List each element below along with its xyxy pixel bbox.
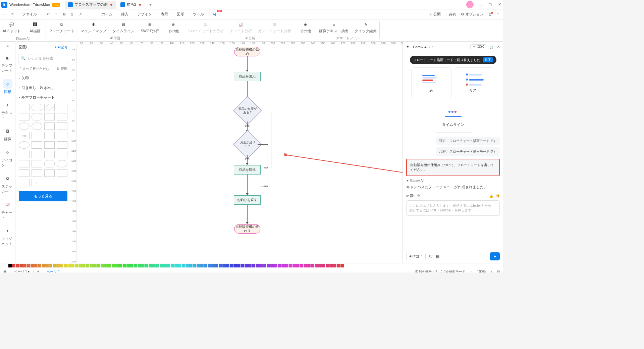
collapse-sidebar-icon[interactable]: « <box>6 44 8 48</box>
color-swatch[interactable] <box>141 264 145 267</box>
color-swatch[interactable] <box>75 264 78 267</box>
color-swatch[interactable] <box>23 264 26 267</box>
color-swatch[interactable] <box>167 264 170 267</box>
manage-button[interactable]: ⚙ 管理 <box>57 66 67 71</box>
tab-drawing-2[interactable]: 描画2 <box>117 1 144 9</box>
category-callouts[interactable]: 引き出し、吹き出し <box>15 83 71 93</box>
color-swatch[interactable] <box>27 264 30 267</box>
template-icon[interactable]: ▤ <box>436 254 439 259</box>
color-swatch[interactable] <box>237 264 240 267</box>
user-avatar[interactable] <box>466 1 474 8</box>
color-swatch[interactable] <box>101 264 104 267</box>
color-swatch[interactable] <box>300 264 303 267</box>
color-swatch[interactable] <box>222 264 226 267</box>
sidebar-templates[interactable]: ◧テンプレート <box>0 52 15 74</box>
shape-display[interactable] <box>57 132 67 139</box>
color-swatch[interactable] <box>130 264 133 267</box>
color-swatch[interactable] <box>256 264 259 267</box>
color-swatch[interactable] <box>315 264 318 267</box>
color-swatch[interactable] <box>8 264 12 267</box>
color-swatch[interactable] <box>263 264 266 267</box>
color-swatch[interactable] <box>86 264 89 267</box>
color-swatch[interactable] <box>248 264 252 267</box>
color-swatch[interactable] <box>16 264 19 267</box>
hamburger-icon[interactable]: ≡ <box>11 12 16 17</box>
export-icon[interactable]: ↗ <box>79 12 84 17</box>
menu-tools[interactable]: ツール <box>190 10 207 18</box>
menu-ai[interactable]: AIhot <box>210 11 219 18</box>
color-swatch[interactable] <box>211 264 215 267</box>
node-get[interactable]: 商品を取得 <box>234 165 261 174</box>
category-basic-flow[interactable]: 基本フローチャート <box>15 93 71 102</box>
ai-chat-button[interactable]: 💬AIチャット <box>3 21 21 34</box>
menu-view[interactable]: 表示 <box>158 10 171 18</box>
color-swatch[interactable] <box>123 264 126 267</box>
token-count[interactable]: ✦ 130K <box>470 44 486 49</box>
more-icon[interactable]: ⋯ <box>87 12 92 17</box>
color-swatch[interactable] <box>45 264 49 267</box>
color-swatch[interactable] <box>322 264 325 267</box>
redo-icon[interactable]: ↷ <box>55 12 59 17</box>
color-swatch[interactable] <box>104 264 108 267</box>
print-icon[interactable]: ⎙ <box>71 12 75 17</box>
shape-conn[interactable] <box>19 141 30 149</box>
shape-db[interactable] <box>32 132 42 139</box>
flow-analysis-button[interactable]: ⧉フローチャートの分析 <box>187 21 224 34</box>
share-button[interactable]: ⸪ 共有 <box>445 12 456 17</box>
canvas[interactable]: 自動販売機の始め 商品を選ぶ 商品の在庫がある？ yes お金が足りる？ yes… <box>76 45 426 263</box>
sidebar-images[interactable]: 🖼画像 <box>0 125 15 143</box>
color-swatch[interactable] <box>119 264 122 267</box>
color-swatch[interactable] <box>19 264 23 267</box>
menu-shapes[interactable]: 図形 <box>174 10 187 18</box>
node-start[interactable]: 自動販売機の始め <box>234 47 260 56</box>
fit-icon[interactable]: ⊡ <box>497 270 500 272</box>
shape-trap[interactable] <box>44 141 55 149</box>
color-swatch[interactable] <box>292 264 296 267</box>
shape-terminator[interactable] <box>32 113 42 120</box>
color-swatch[interactable] <box>270 264 274 267</box>
color-swatch[interactable] <box>241 264 244 267</box>
shape-card[interactable] <box>44 132 55 139</box>
zoom-out-icon[interactable]: － <box>470 269 473 273</box>
publish-button[interactable]: ✈ 公開 <box>429 12 441 17</box>
regenerate-button[interactable]: ⟳ 再生成 <box>406 194 420 198</box>
pages-icon[interactable]: ▦ <box>3 270 6 272</box>
add-page-button[interactable]: + <box>37 270 39 272</box>
sidebar-text[interactable]: Tテキスト <box>0 99 15 122</box>
shape-yes[interactable]: Yes <box>19 132 30 139</box>
shape-lines[interactable] <box>32 160 42 167</box>
color-swatch[interactable] <box>193 264 196 267</box>
color-swatch[interactable] <box>64 264 67 267</box>
node-change[interactable]: お釣りを返す <box>234 195 261 205</box>
color-swatch[interactable] <box>134 264 137 267</box>
color-swatch[interactable] <box>53 264 56 267</box>
color-swatch[interactable] <box>333 264 336 267</box>
shape-loop[interactable] <box>32 151 42 158</box>
color-swatch[interactable] <box>219 264 222 267</box>
ai-draw-button[interactable]: 🅰AI描画 <box>27 21 43 34</box>
color-swatch[interactable] <box>208 264 211 267</box>
tab-process-map[interactable]: プロセスマップの例 <box>65 1 116 9</box>
more-analysis-button[interactable]: ⊕その他 <box>297 21 313 34</box>
color-swatch[interactable] <box>163 264 167 267</box>
menu-insert[interactable]: 挿入 <box>118 10 131 18</box>
color-swatch[interactable] <box>200 264 204 267</box>
color-swatch[interactable] <box>329 264 333 267</box>
file-menu[interactable]: ファイル <box>19 10 40 18</box>
color-swatch[interactable] <box>326 264 329 267</box>
shape-delay[interactable] <box>57 141 67 149</box>
fullscreen-button[interactable]: ⛶ 全画面モード <box>441 269 466 273</box>
color-swatch[interactable] <box>31 264 34 267</box>
shape-brace2[interactable]: } <box>32 179 42 186</box>
shape-circle[interactable] <box>32 122 42 130</box>
color-swatch[interactable] <box>145 264 148 267</box>
shape-doc[interactable] <box>57 104 67 111</box>
thumbs-up-icon[interactable]: 👍 <box>489 194 493 198</box>
minimize-button[interactable]: — <box>478 2 483 7</box>
shape-hex[interactable] <box>19 160 30 167</box>
color-swatch[interactable] <box>318 264 322 267</box>
color-swatch[interactable] <box>185 264 189 267</box>
color-swatch[interactable] <box>115 264 119 267</box>
fold-all-button[interactable]: ⌃ すべて折りたたむ <box>19 66 49 71</box>
color-swatch[interactable] <box>152 264 156 267</box>
